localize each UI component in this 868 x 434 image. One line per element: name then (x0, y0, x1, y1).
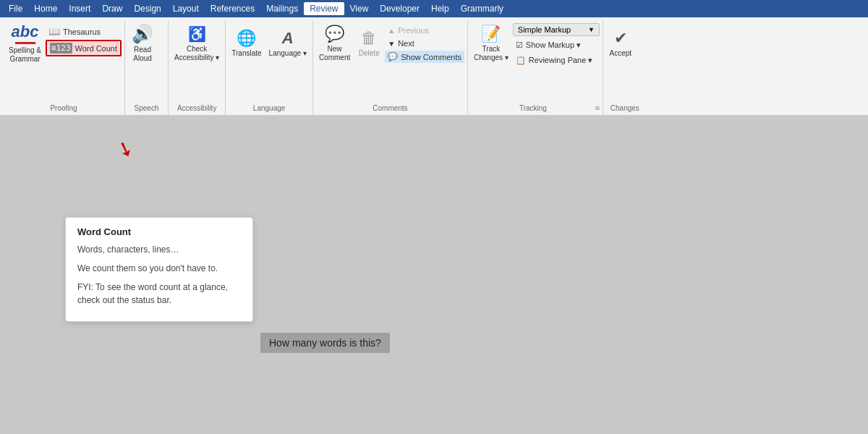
new-comment-label: NewComment (319, 45, 350, 62)
group-speech: 🔊 ReadAloud Speech (125, 20, 169, 115)
popup-line3: FYI: To see the word count at a glance, … (77, 281, 241, 307)
speech-group-label: Speech (128, 103, 165, 115)
tracking-group-label: Tracking ⧉ (471, 103, 600, 115)
language-icon: A (282, 29, 294, 48)
menu-review[interactable]: Review (304, 2, 344, 15)
check-accessibility-button[interactable]: ♿ CheckAccessibility ▾ (171, 22, 222, 65)
group-tracking: 📝 TrackChanges ▾ Simple Markup ▼ ☑ Show … (468, 20, 603, 115)
previous-icon: ▲ (388, 27, 395, 35)
word-count-icon: ≡123 (50, 43, 72, 54)
popup-line1: Words, characters, lines… (77, 243, 241, 256)
menu-mailings[interactable]: Mailings (260, 2, 304, 15)
menu-home[interactable]: Home (28, 2, 63, 15)
accessibility-group-label: Accessibility (171, 103, 222, 115)
thesaurus-icon: 📖 (48, 26, 60, 37)
show-comments-button[interactable]: 💬 Show Comments (385, 51, 464, 63)
proofing-group-label: Proofing (6, 103, 122, 115)
comments-buttons: 💬 NewComment 🗑 Delete ▲ Previous ▼ (316, 20, 464, 103)
delete-comment-button[interactable]: 🗑 Delete (354, 22, 383, 65)
track-changes-label: TrackChanges ▾ (474, 45, 509, 62)
speech-buttons: 🔊 ReadAloud (128, 20, 165, 103)
ribbon: abc Spelling &Grammar 📖 Thesaurus ≡123 W… (0, 17, 868, 116)
accept-button[interactable]: ✔ Accept (606, 22, 635, 65)
show-comments-label: Show Comments (401, 53, 461, 61)
menu-file[interactable]: File (3, 2, 28, 15)
new-comment-button[interactable]: 💬 NewComment (316, 22, 353, 65)
read-aloud-label: ReadAloud (133, 46, 152, 63)
accept-label: Accept (610, 49, 632, 58)
popup-title: Word Count (77, 226, 241, 237)
changes-group-label: Changes (606, 103, 644, 115)
group-proofing: abc Spelling &Grammar 📖 Thesaurus ≡123 W… (3, 20, 125, 115)
menu-bar: File Home Insert Draw Design Layout Refe… (0, 0, 868, 17)
ribbon-groups-container: abc Spelling &Grammar 📖 Thesaurus ≡123 W… (0, 17, 868, 115)
spelling-label: Spelling &Grammar (9, 46, 41, 64)
menu-insert[interactable]: Insert (63, 2, 96, 15)
red-arrow-indicator: ➘ (114, 135, 137, 163)
tracking-controls: Simple Markup ▼ ☑ Show Markup ▾ 📋 Review… (513, 22, 600, 67)
dropdown-arrow-icon: ▼ (588, 26, 595, 33)
group-comments: 💬 NewComment 🗑 Delete ▲ Previous ▼ (313, 20, 468, 115)
proofing-buttons: abc Spelling &Grammar 📖 Thesaurus ≡123 W… (6, 20, 122, 103)
group-language: 🌐 Translate A Language ▾ Language (226, 20, 313, 115)
show-markup-label: Show Markup ▾ (526, 41, 581, 50)
spelling-icon: abc (12, 24, 39, 40)
word-count-button[interactable]: ≡123 Word Count (46, 40, 122, 56)
next-icon: ▼ (388, 40, 395, 48)
tracking-buttons: 📝 TrackChanges ▾ Simple Markup ▼ ☑ Show … (471, 20, 600, 103)
check-accessibility-icon: ♿ (188, 25, 206, 43)
language-group-label: Language (229, 103, 310, 115)
tracking-expand-icon[interactable]: ⧉ (595, 105, 600, 112)
track-changes-button[interactable]: 📝 TrackChanges ▾ (471, 22, 511, 65)
accept-icon: ✔ (614, 29, 627, 48)
reviewing-pane-button[interactable]: 📋 Reviewing Pane ▾ (513, 54, 600, 67)
group-changes: ✔ Accept Changes (603, 20, 647, 115)
track-changes-icon: 📝 (481, 25, 501, 43)
delete-label: Delete (359, 49, 380, 58)
popup-body: Words, characters, lines… We count them … (77, 243, 241, 307)
simple-markup-value: Simple Markup (518, 25, 587, 34)
read-aloud-icon: 🔊 (132, 24, 153, 44)
proofing-small-buttons: 📖 Thesaurus ≡123 Word Count (46, 22, 122, 56)
language-label: Language ▾ (269, 49, 307, 58)
next-button[interactable]: ▼ Next (385, 38, 464, 49)
show-markup-icon: ☑ (516, 41, 523, 50)
menu-design[interactable]: Design (128, 2, 166, 15)
group-accessibility: ♿ CheckAccessibility ▾ Accessibility (169, 20, 226, 115)
new-comment-icon: 💬 (325, 25, 344, 43)
previous-button[interactable]: ▲ Previous (385, 25, 464, 36)
show-comments-icon: 💬 (388, 52, 398, 61)
menu-layout[interactable]: Layout (167, 2, 205, 15)
menu-help[interactable]: Help (425, 2, 455, 15)
document-area: ➘ Word Count Words, characters, lines… W… (0, 116, 868, 434)
word-count-label: Word Count (75, 44, 118, 53)
popup-line2: We count them so you don't have to. (77, 262, 241, 275)
previous-label: Previous (398, 26, 429, 35)
changes-buttons: ✔ Accept (606, 20, 644, 103)
comments-small-btns: ▲ Previous ▼ Next 💬 Show Comments (385, 22, 464, 63)
check-accessibility-label: CheckAccessibility ▾ (174, 45, 219, 62)
show-markup-button[interactable]: ☑ Show Markup ▾ (513, 39, 600, 51)
accessibility-buttons: ♿ CheckAccessibility ▾ (171, 20, 222, 103)
next-label: Next (398, 39, 414, 48)
simple-markup-dropdown[interactable]: Simple Markup ▼ (513, 23, 600, 36)
menu-grammarly[interactable]: Grammarly (455, 2, 509, 15)
comments-group-label: Comments (316, 103, 464, 115)
translate-button[interactable]: 🌐 Translate (229, 22, 264, 65)
menu-view[interactable]: View (344, 2, 375, 15)
word-count-popup: Word Count Words, characters, lines… We … (65, 217, 253, 322)
menu-draw[interactable]: Draw (96, 2, 128, 15)
translate-icon: 🌐 (237, 29, 256, 48)
thesaurus-button[interactable]: 📖 Thesaurus (46, 25, 122, 38)
reviewing-pane-label: Reviewing Pane ▾ (529, 56, 593, 65)
thesaurus-label: Thesaurus (63, 27, 101, 36)
document-highlighted-text: How many words is this? (260, 333, 390, 353)
menu-developer[interactable]: Developer (374, 2, 425, 15)
language-buttons: 🌐 Translate A Language ▾ (229, 20, 310, 103)
read-aloud-button[interactable]: 🔊 ReadAloud (128, 22, 157, 65)
language-button[interactable]: A Language ▾ (266, 22, 310, 65)
delete-icon: 🗑 (361, 29, 377, 48)
menu-references[interactable]: References (205, 2, 260, 15)
reviewing-pane-icon: 📋 (516, 56, 526, 65)
spelling-grammar-button[interactable]: abc Spelling &Grammar (6, 22, 44, 65)
